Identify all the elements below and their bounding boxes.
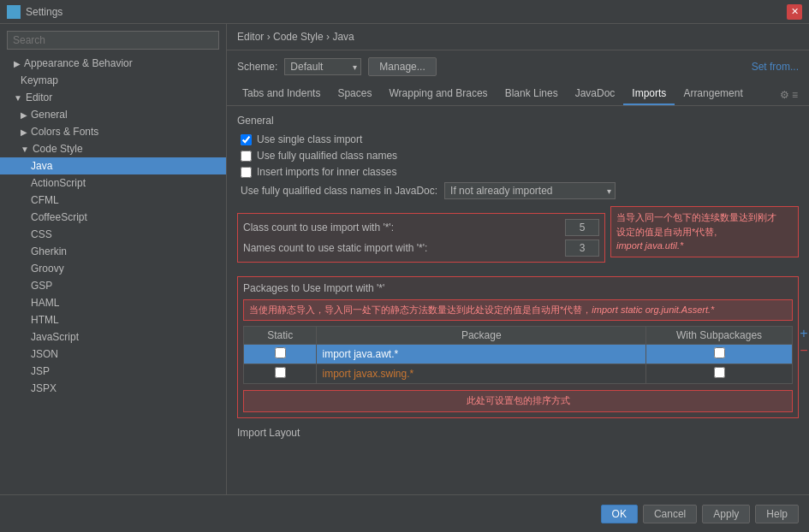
col-subpackages: With Subpackages	[646, 327, 793, 345]
sidebar-item-coffeescript[interactable]: CoffeeScript	[0, 209, 226, 226]
sidebar-item-label-javascript: JavaScript	[31, 331, 79, 343]
sidebar-item-general[interactable]: ▶General	[0, 106, 226, 123]
window-title: Settings	[26, 6, 62, 18]
packages-section: Packages to Use Import with '*' 当使用静态导入，…	[237, 276, 799, 418]
checkbox-inner-classes: Insert imports for inner classes	[237, 166, 799, 178]
checkbox-fully-qualified: Use fully qualified class names	[237, 150, 799, 162]
sidebar-item-label-gsp: GSP	[31, 280, 52, 292]
sidebar-item-label-editor: Editor	[26, 92, 52, 103]
javadoc-dropdown[interactable]: If not already imported Always Never	[444, 182, 616, 199]
javadoc-field-label: Use fully qualified class names in JavaD…	[241, 185, 437, 197]
sidebar-item-css[interactable]: CSS	[0, 226, 226, 243]
ok-button[interactable]: OK	[601, 505, 638, 523]
sidebar-item-groovy[interactable]: Groovy	[0, 260, 226, 277]
sidebar-item-gsp[interactable]: GSP	[0, 277, 226, 294]
packages-table: Static Package With Subpackages import j…	[243, 326, 793, 384]
main-layout: ▶Appearance & BehaviorKeymap▼Editor▶Gene…	[0, 24, 809, 494]
sidebar-item-code-style[interactable]: ▼Code Style	[0, 140, 226, 157]
checkbox-single-class: Use single class import	[237, 133, 799, 145]
close-button[interactable]: ✕	[787, 4, 802, 20]
col-static: Static	[244, 327, 317, 345]
tab-blank-lines[interactable]: Blank Lines	[497, 83, 567, 105]
tabs-container: Tabs and IndentsSpacesWrapping and Brace…	[234, 83, 776, 105]
help-button[interactable]: Help	[755, 505, 799, 523]
single-class-label: Use single class import	[257, 133, 362, 145]
inner-classes-checkbox[interactable]	[241, 167, 252, 178]
sidebar-item-html[interactable]: HTML	[0, 311, 226, 328]
import-layout-label: Import Layout	[237, 427, 799, 439]
manage-button[interactable]: Manage...	[368, 57, 436, 76]
fully-qualified-checkbox[interactable]	[241, 151, 252, 162]
packages-annotation-bottom: 此处可设置包的排序方式	[243, 390, 793, 411]
sidebar-item-haml[interactable]: HAML	[0, 294, 226, 311]
package-text-0: import java.awt.*	[322, 348, 398, 360]
sidebar: ▶Appearance & BehaviorKeymap▼Editor▶Gene…	[0, 24, 227, 494]
static-checkbox-1[interactable]	[275, 367, 286, 378]
sidebar-item-colors-fonts[interactable]: ▶Colors & Fonts	[0, 123, 226, 140]
sidebar-item-label-coffeescript: CoffeeScript	[31, 211, 87, 223]
tab-gear-icon[interactable]: ⚙ ≡	[776, 85, 802, 105]
sidebar-item-label-code-style: Code Style	[33, 143, 83, 155]
class-count-input[interactable]	[565, 219, 599, 236]
tab-wrapping[interactable]: Wrapping and Braces	[380, 83, 496, 105]
apply-button[interactable]: Apply	[702, 505, 750, 523]
breadcrumb: Editor › Code Style › Java	[227, 24, 809, 50]
sidebar-item-label-cfml: CFML	[31, 194, 59, 206]
col-package: Package	[317, 327, 646, 345]
sidebar-item-gherkin[interactable]: Gherkin	[0, 243, 226, 260]
sidebar-item-editor[interactable]: ▼Editor	[0, 89, 226, 106]
subpackages-checkbox-0[interactable]	[714, 347, 725, 358]
static-count-input[interactable]	[565, 239, 599, 257]
bottom-bar: OK Cancel Apply Help	[0, 494, 809, 532]
cancel-button[interactable]: Cancel	[643, 505, 697, 523]
tab-imports[interactable]: Imports	[623, 83, 675, 105]
sidebar-item-label-html: HTML	[31, 314, 59, 326]
sidebar-item-label-jsp: JSP	[31, 365, 50, 377]
sidebar-item-java[interactable]: Java	[0, 157, 226, 174]
sidebar-item-label-appearance: Appearance & Behavior	[24, 57, 133, 69]
sidebar-item-json[interactable]: JSON	[0, 346, 226, 363]
count-annotation: 当导入同一个包下的连续数量达到刚才设定的值是自动用*代替,import java…	[610, 206, 799, 257]
single-class-checkbox[interactable]	[241, 134, 252, 145]
sidebar-item-label-groovy: Groovy	[31, 263, 64, 275]
sidebar-item-label-haml: HAML	[31, 297, 59, 309]
sidebar-item-cfml[interactable]: CFML	[0, 192, 226, 209]
tab-tabs-indents[interactable]: Tabs and Indents	[234, 83, 329, 105]
javadoc-field-row: Use fully qualified class names in JavaD…	[237, 182, 799, 199]
sidebar-item-label-general: General	[31, 109, 68, 121]
title-bar: Settings ✕	[0, 0, 809, 24]
remove-package-button[interactable]: −	[796, 343, 809, 358]
static-checkbox-0[interactable]	[275, 347, 286, 358]
scheme-label: Scheme:	[237, 61, 277, 73]
add-package-button[interactable]: +	[796, 326, 809, 341]
static-count-row: Names count to use static import with '*…	[243, 239, 599, 257]
tab-arrangement[interactable]: Arrangement	[675, 83, 751, 105]
fully-qualified-label: Use fully qualified class names	[257, 150, 397, 162]
sidebar-item-appearance[interactable]: ▶Appearance & Behavior	[0, 55, 226, 72]
table-row[interactable]: import javax.swing.*	[244, 364, 793, 384]
packages-tbody: import java.awt.*import javax.swing.*	[244, 345, 793, 384]
packages-annotation: 当使用静态导入，导入同一处下的静态方法数量达到此处设定的值是自动用*代替，imp…	[243, 299, 793, 321]
content-area: Editor › Code Style › Java Scheme: Defau…	[227, 24, 809, 494]
packages-label: Packages to Use Import with '*'	[243, 282, 793, 294]
static-count-label: Names count to use static import with '*…	[243, 242, 565, 254]
table-row[interactable]: import java.awt.*	[244, 345, 793, 364]
scheme-select[interactable]: Default Project	[284, 58, 361, 75]
sidebar-item-actionscript[interactable]: ActionScript	[0, 174, 226, 192]
sidebar-item-jsp[interactable]: JSP	[0, 363, 226, 380]
sidebar-item-keymap[interactable]: Keymap	[0, 72, 226, 89]
sidebar-item-javascript[interactable]: JavaScript	[0, 328, 226, 346]
set-from-link[interactable]: Set from...	[752, 61, 799, 73]
inner-classes-label: Insert imports for inner classes	[257, 166, 396, 178]
counts-section: Class count to use import with '*': Name…	[237, 213, 605, 263]
scheme-row: Scheme: Default Project Manage... Set fr…	[227, 50, 809, 83]
tab-javadoc[interactable]: JavaDoc	[567, 83, 624, 105]
scheme-select-wrapper: Default Project	[284, 58, 361, 75]
class-count-row: Class count to use import with '*':	[243, 219, 599, 236]
packages-table-wrapper: Static Package With Subpackages import j…	[243, 326, 793, 384]
search-input[interactable]	[7, 31, 219, 50]
sidebar-item-label-actionscript: ActionScript	[31, 177, 86, 189]
tab-spaces[interactable]: Spaces	[329, 83, 380, 105]
subpackages-checkbox-1[interactable]	[714, 367, 725, 378]
sidebar-item-jspx[interactable]: JSPX	[0, 380, 226, 397]
